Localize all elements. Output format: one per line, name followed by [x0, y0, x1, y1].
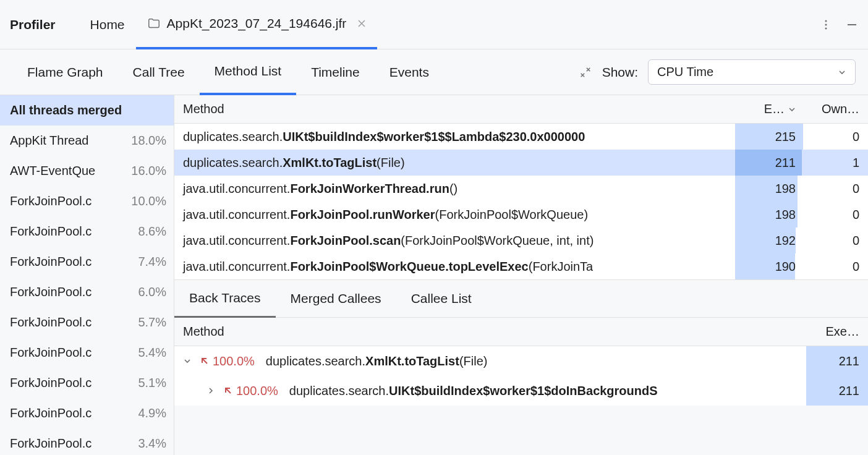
thread-name: ForkJoinPool.c	[10, 224, 91, 239]
thread-pct: 6.0%	[138, 285, 166, 299]
view-tab-method-list[interactable]: Method List	[200, 49, 297, 95]
method-row[interactable]: duplicates.search.UIKt$buildIndex$worker…	[174, 124, 868, 150]
chevron-right-icon[interactable]	[206, 386, 220, 395]
e-cell: 192	[735, 228, 803, 253]
bt-col-exec[interactable]: Exe…	[806, 325, 868, 339]
thread-list: All threads mergedAppKit Thread18.0%AWT-…	[0, 95, 174, 455]
thread-row[interactable]: ForkJoinPool.c5.1%	[0, 368, 174, 398]
folder-icon	[147, 17, 161, 30]
method-cell: java.util.concurrent.ForkJoinPool.runWor…	[174, 208, 735, 222]
method-cell: java.util.concurrent.ForkJoinWorkerThrea…	[174, 182, 735, 196]
method-table-header: Method E… Own…	[174, 95, 868, 124]
method-row[interactable]: java.util.concurrent.ForkJoinPool$WorkQu…	[174, 253, 868, 279]
tab-home-label: Home	[90, 17, 125, 32]
view-tab-flame-graph[interactable]: Flame Graph	[12, 49, 118, 95]
sub-tab-merged-callees[interactable]: Merged Callees	[276, 279, 396, 318]
view-bar-right: Show: CPU Time	[579, 59, 856, 85]
view-tab-timeline[interactable]: Timeline	[296, 49, 375, 95]
thread-name: ForkJoinPool.c	[10, 436, 91, 451]
own-cell: 0	[803, 130, 868, 144]
tab-file-label: AppKt_2023_07_24_194646.jfr	[167, 16, 347, 31]
thread-name: AppKit Thread	[10, 134, 89, 148]
backtrace-row[interactable]: 100.0%duplicates.search.UIKt$buildIndex$…	[174, 376, 868, 406]
col-own[interactable]: Own…	[803, 102, 868, 116]
e-cell: 215	[735, 124, 803, 150]
backtrace-pct: 100.0%	[236, 384, 278, 398]
exec-cell: 211	[806, 376, 868, 406]
thread-pct: 10.0%	[131, 194, 166, 208]
tool-title: Profiler	[10, 17, 56, 32]
e-cell: 198	[735, 202, 803, 228]
sub-tab-back-traces[interactable]: Back Traces	[174, 280, 276, 318]
bt-col-method[interactable]: Method	[174, 325, 806, 339]
show-select[interactable]: CPU Time	[648, 59, 856, 85]
tab-file[interactable]: AppKt_2023_07_24_194646.jfr	[136, 0, 378, 49]
thread-row[interactable]: ForkJoinPool.c3.4%	[0, 428, 174, 455]
chevron-down-icon[interactable]	[183, 357, 197, 365]
thread-pct: 18.0%	[131, 134, 166, 148]
thread-row[interactable]: ForkJoinPool.c5.7%	[0, 307, 174, 338]
view-tabs: Flame GraphCall TreeMethod ListTimelineE…	[0, 49, 868, 95]
thread-name: ForkJoinPool.c	[10, 376, 91, 390]
up-left-arrow-icon	[223, 385, 234, 396]
show-select-value: CPU Time	[657, 65, 713, 79]
method-cell: java.util.concurrent.ForkJoinPool.scan(F…	[174, 234, 735, 248]
e-cell: 198	[735, 176, 803, 202]
thread-row[interactable]: ForkJoinPool.c7.4%	[0, 247, 174, 277]
thread-name: ForkJoinPool.c	[10, 346, 91, 360]
thread-name: ForkJoinPool.c	[10, 406, 91, 420]
backtrace-method: 100.0%duplicates.search.XmlKt.toTagList(…	[174, 354, 806, 368]
method-cell: duplicates.search.UIKt$buildIndex$worker…	[174, 130, 735, 144]
own-cell: 0	[803, 234, 868, 248]
close-icon[interactable]	[357, 19, 366, 28]
thread-row[interactable]: AWT-EventQue16.0%	[0, 156, 174, 186]
thread-row[interactable]: ForkJoinPool.c8.6%	[0, 216, 174, 247]
own-cell: 1	[803, 156, 868, 170]
tab-home[interactable]: Home	[79, 0, 136, 49]
thread-row[interactable]: ForkJoinPool.c5.4%	[0, 338, 174, 368]
thread-pct: 16.0%	[131, 164, 166, 178]
thread-row[interactable]: AppKit Thread18.0%	[0, 125, 174, 156]
thread-row[interactable]: ForkJoinPool.c6.0%	[0, 277, 174, 307]
show-label: Show:	[602, 65, 638, 80]
expand-collapse-icon[interactable]	[579, 66, 592, 79]
thread-name: ForkJoinPool.c	[10, 255, 91, 269]
method-table: Method E… Own… duplicates.search.UIKt$bu…	[174, 95, 868, 279]
thread-name: ForkJoinPool.c	[10, 285, 91, 299]
svg-point-2	[825, 27, 827, 29]
method-row[interactable]: java.util.concurrent.ForkJoinWorkerThrea…	[174, 176, 868, 202]
own-cell: 0	[803, 260, 868, 274]
method-row[interactable]: java.util.concurrent.ForkJoinPool.scan(F…	[174, 228, 868, 253]
col-method[interactable]: Method	[174, 102, 735, 116]
exec-cell: 211	[806, 346, 868, 376]
more-icon[interactable]	[820, 19, 832, 31]
backtrace-row[interactable]: 100.0%duplicates.search.XmlKt.toTagList(…	[174, 346, 868, 376]
header-right	[820, 19, 858, 31]
thread-name: ForkJoinPool.c	[10, 194, 91, 208]
thread-name: ForkJoinPool.c	[10, 315, 91, 330]
thread-name: AWT-EventQue	[10, 164, 95, 178]
view-tab-events[interactable]: Events	[375, 49, 444, 95]
backtrace-table: Method Exe… 100.0%duplicates.search.XmlK…	[174, 318, 868, 406]
thread-row[interactable]: ForkJoinPool.c10.0%	[0, 186, 174, 216]
method-cell: duplicates.search.XmlKt.toTagList(File)	[174, 156, 735, 170]
sub-tabs: Back TracesMerged CalleesCallee List	[174, 279, 868, 318]
thread-row[interactable]: All threads merged	[0, 95, 174, 125]
sub-tab-callee-list[interactable]: Callee List	[396, 279, 487, 318]
view-tab-call-tree[interactable]: Call Tree	[118, 49, 200, 95]
thread-pct: 5.7%	[138, 315, 166, 330]
thread-pct: 4.9%	[138, 406, 166, 420]
method-row[interactable]: duplicates.search.XmlKt.toTagList(File)2…	[174, 150, 868, 176]
svg-point-1	[825, 23, 827, 25]
e-cell: 190	[735, 253, 803, 279]
thread-row[interactable]: ForkJoinPool.c4.9%	[0, 398, 174, 428]
backtrace-header: Method Exe…	[174, 318, 868, 346]
up-left-arrow-icon	[199, 355, 210, 367]
thread-pct: 3.4%	[138, 436, 166, 451]
minimize-icon[interactable]	[846, 19, 858, 31]
col-e[interactable]: E…	[735, 102, 803, 116]
thread-pct: 5.4%	[138, 346, 166, 360]
thread-pct: 8.6%	[138, 224, 166, 239]
method-row[interactable]: java.util.concurrent.ForkJoinPool.runWor…	[174, 202, 868, 228]
backtrace-method: 100.0%duplicates.search.UIKt$buildIndex$…	[174, 384, 806, 398]
